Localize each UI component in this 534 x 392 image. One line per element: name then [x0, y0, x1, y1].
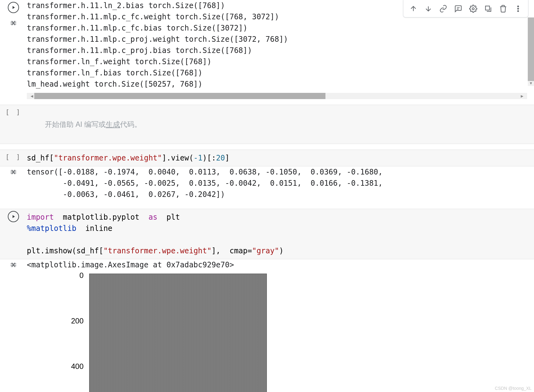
run-button[interactable] — [8, 211, 19, 222]
execution-count-empty: [ ] — [5, 152, 22, 161]
cell-2-output: tensor([-0.0188, -0.1974, 0.0040, 0.0113… — [0, 166, 534, 203]
variables-icon[interactable] — [9, 261, 18, 269]
svg-point-3 — [517, 8, 519, 9]
svg-point-4 — [517, 10, 519, 12]
more-button[interactable] — [511, 1, 526, 16]
heatmap-image — [89, 274, 267, 392]
horizontal-scroll-track[interactable] — [34, 93, 519, 99]
scroll-left-arrow-icon[interactable]: ◀ — [31, 93, 33, 98]
ytick-label: 0 — [65, 271, 84, 280]
cell-2-code[interactable]: [ ] sd_hf["transformer.wpe.weight"].view… — [0, 150, 534, 166]
run-button[interactable] — [8, 2, 19, 13]
svg-rect-1 — [485, 6, 489, 10]
horizontal-scrollbar[interactable]: ◀ ▶ — [27, 93, 527, 99]
svg-point-2 — [517, 6, 519, 7]
variables-icon[interactable] — [9, 168, 18, 176]
vertical-scroll-thumb[interactable] — [528, 17, 534, 81]
scroll-right-arrow-icon[interactable]: ▶ — [521, 93, 523, 98]
cell-2-code-content[interactable]: sd_hf["transformer.wpe.weight"].view(-1)… — [27, 150, 534, 166]
mirror-button[interactable] — [481, 1, 496, 16]
link-button[interactable] — [436, 1, 451, 16]
ai-placeholder-text: 开始借助 AI 编写或生成代码。 — [45, 120, 142, 128]
move-down-button[interactable] — [421, 1, 436, 16]
svg-point-0 — [472, 7, 474, 10]
execution-count-empty: [ ] — [5, 107, 22, 116]
cell-toolbar — [403, 0, 528, 17]
move-up-button[interactable] — [406, 1, 421, 16]
comment-button[interactable] — [451, 1, 466, 16]
cell-3-code[interactable]: import matplotlib.pyplot as plt %matplot… — [0, 209, 534, 259]
horizontal-scroll-thumb[interactable] — [34, 93, 325, 99]
cell-2-output-text: tensor([-0.0188, -0.1974, 0.0040, 0.0113… — [27, 166, 534, 200]
vertical-scrollbar[interactable]: ▼ — [528, 17, 534, 86]
delete-button[interactable] — [496, 1, 511, 16]
cell-3-output: <matplotlib.image.AxesImage at 0x7adabc9… — [0, 259, 534, 392]
cell-1-ai-prompt[interactable]: [ ] 开始借助 AI 编写或生成代码。 — [0, 105, 534, 144]
ytick-label: 400 — [65, 362, 84, 371]
scroll-down-arrow-icon[interactable]: ▼ — [530, 81, 532, 86]
cell-3-output-repr: <matplotlib.image.AxesImage at 0x7adabc9… — [27, 259, 534, 270]
watermark-text: CSDN @toong_XL — [495, 386, 532, 391]
matplotlib-figure: 0 200 400 — [31, 270, 249, 392]
settings-button[interactable] — [466, 1, 481, 16]
cell-3-code-content[interactable]: import matplotlib.pyplot as plt %matplot… — [27, 209, 534, 259]
cell-0-container: ▼ transformer.h.11.ln_2.bias torch.Size(… — [0, 0, 534, 99]
variables-icon[interactable] — [9, 19, 18, 27]
ytick-label: 200 — [65, 317, 84, 325]
